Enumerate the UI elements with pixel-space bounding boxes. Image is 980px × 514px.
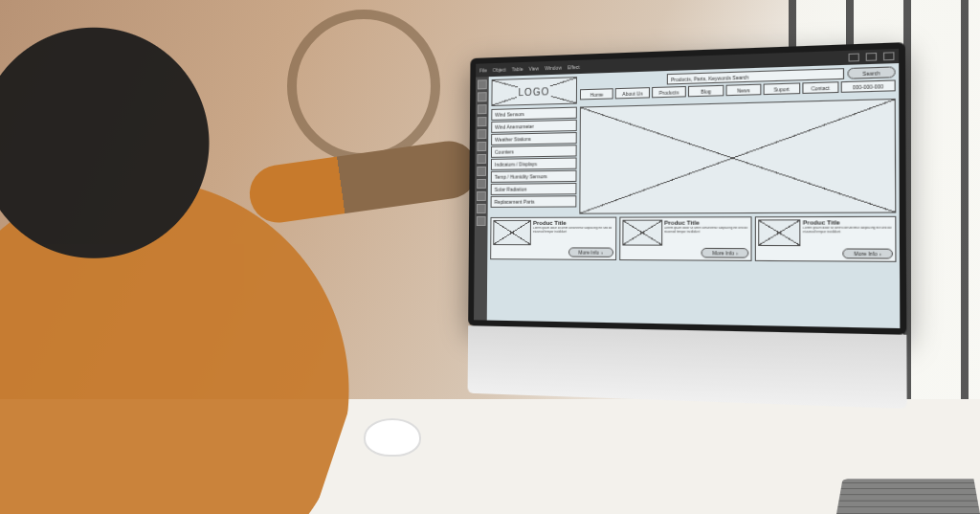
rotate-tool-icon[interactable] [477,154,486,164]
monitor: File Object Table View Window Effect [467,42,906,419]
monitor-bezel: File Object Table View Window Effect [468,42,906,335]
sidebar-item-wind-sensors[interactable]: Wind Sensors [491,107,577,121]
fill-swatch-icon[interactable] [477,216,486,226]
screen: File Object Table View Window Effect [474,49,900,328]
menu-view[interactable]: View [528,65,539,71]
hand-tool-icon[interactable] [477,191,486,201]
wireframe-body: Wind Sensors Wind Anemometer Weather Sta… [491,99,897,214]
menu-effect[interactable]: Effect [568,64,580,71]
zoom-tool-icon[interactable] [477,204,486,213]
menu-object[interactable]: Object [493,67,506,73]
line-tool-icon[interactable] [478,129,487,139]
product-description: Lorem ipsum dolor sit amet consectetur a… [803,227,893,241]
selection-tool-icon[interactable] [478,79,487,89]
nav-blog[interactable]: Blog [688,85,724,98]
sidebar-item-temp-humidity[interactable]: Temp / Humidity Sensors [491,170,577,183]
chevron-right-icon: › [736,250,738,256]
product-cards-row: Produc Title Lorem ipsum dolor sit amet … [490,216,896,262]
more-info-button[interactable]: More Info› [568,247,613,257]
pen-tool-icon[interactable] [478,104,487,114]
product-thumb-placeholder [622,220,662,246]
keyboard [836,479,980,514]
category-sidebar: Wind Sensors Wind Anemometer Weather Sta… [491,107,577,214]
menu-file[interactable]: File [479,67,487,73]
search-placeholder: Products, Parts, Keywords Search [671,74,748,82]
maximize-icon[interactable] [866,53,877,61]
product-description: Lorem ipsum dolor sit amet consectetur a… [533,227,613,240]
sidebar-item-counters[interactable]: Counters [491,145,577,158]
nav-contact[interactable]: Contact [802,81,839,94]
search-button[interactable]: Search [847,66,895,78]
rectangle-tool-icon[interactable] [477,142,486,151]
coffee-cup [364,418,421,457]
nav-products[interactable]: Products [652,86,686,98]
product-title: Produc Title [664,219,749,225]
wireframe-artboard[interactable]: LOGO Products, Parts, Keywords Search Se… [487,63,901,328]
more-info-button[interactable]: More Info› [842,248,893,258]
sidebar-item-indicators[interactable]: Indicators / Displays [491,157,577,169]
menu-table[interactable]: Table [512,66,523,72]
minimize-icon[interactable] [849,54,859,62]
scale-tool-icon[interactable] [477,167,486,176]
product-thumb-placeholder [493,220,531,245]
type-tool-icon[interactable] [478,117,487,126]
direct-select-tool-icon[interactable] [478,92,487,101]
chevron-right-icon: › [880,251,881,257]
monitor-chin [468,325,907,409]
sidebar-item-anemometer[interactable]: Wind Anemometer [491,120,577,133]
logo-placeholder[interactable]: LOGO [491,77,577,106]
product-card: Produc Title Lorem ipsum dolor sit amet … [619,216,752,261]
more-info-button[interactable]: More Info› [702,248,749,258]
eyedropper-tool-icon[interactable] [477,179,486,189]
sidebar-item-weather-stations[interactable]: Weather Stations [491,132,577,145]
product-description: Lorem ipsum dolor sit amet consectetur a… [664,227,749,241]
close-icon[interactable] [883,52,895,60]
logo-text: LOGO [517,86,552,98]
product-card: Produc Title Lorem ipsum dolor sit amet … [490,217,616,260]
phone-number: 000-000-000 [841,79,896,92]
chevron-right-icon: › [601,250,603,256]
nav-support[interactable]: Suport [764,82,800,95]
sidebar-item-replacement[interactable]: Replacement Parts [491,195,577,208]
menu-window[interactable]: Window [545,65,562,72]
product-title: Produc Title [803,219,893,226]
nav-home[interactable]: Home [580,88,613,100]
product-card: Produc Title Lorem ipsum dolor sit amet … [755,216,896,262]
product-thumb-placeholder [759,219,801,246]
nav-news[interactable]: News [725,84,761,97]
hero-image-placeholder[interactable] [579,99,896,214]
nav-about[interactable]: About Us [615,87,650,99]
sidebar-item-solar[interactable]: Solar Radiation [491,183,577,195]
product-title: Produc Title [533,220,613,226]
